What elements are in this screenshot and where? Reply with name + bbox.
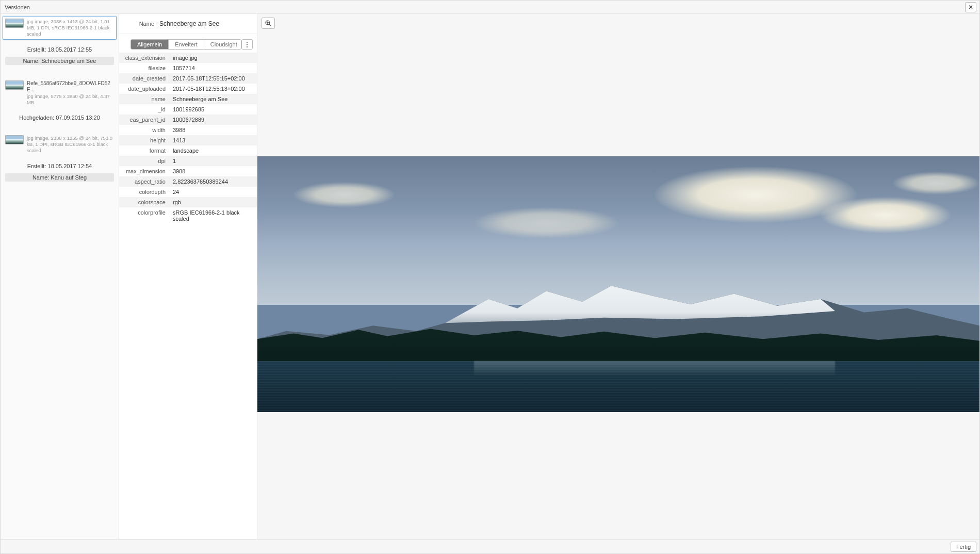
meta-value: 1 [170,156,257,166]
meta-row: eas_parent_id1000672889 [119,115,257,125]
version-name: Name: Kanu auf Steg [5,173,114,182]
close-button[interactable]: ✕ [965,2,976,12]
version-thumbnail [5,19,24,28]
meta-row: width3988 [119,125,257,135]
preview-panel [257,14,979,539]
meta-key: _id [119,104,170,115]
metadata-table: class_extensionimage.jpgfilesize1057714d… [119,53,257,224]
meta-row: colorspacergb [119,197,257,207]
name-value: Schneeberge am See [159,20,219,27]
meta-value: 1057714 [170,63,257,73]
titlebar: Versionen ✕ [1,1,979,14]
version-meta: jpg image, 5775 x 3850 @ 24 bit, 4.37 MB [27,93,114,106]
tab-cloudsight[interactable]: Cloudsight [204,40,242,49]
meta-key: aspect_ratio [119,176,170,187]
meta-value: sRGB IEC61966-2-1 black scaled [170,207,257,224]
name-label: Name [123,21,159,27]
done-button[interactable]: Fertig [951,542,976,552]
meta-value: 1413 [170,135,257,145]
meta-value: 1000672889 [170,115,257,125]
meta-key: colorspace [119,197,170,207]
meta-row: date_created2017-05-18T12:55:15+02:00 [119,73,257,84]
version-caption-block: Erstellt: 18.05.2017 12:54 Name: Kanu au… [3,158,117,182]
version-created: Erstellt: 18.05.2017 12:54 [5,162,114,170]
preview-stage[interactable] [257,29,979,539]
meta-row: colorprofilesRGB IEC61966-2-1 black scal… [119,207,257,224]
version-item[interactable]: Refe_5586af672bbe9_8DOWLFD52E... jpg ima… [3,78,117,108]
versions-dialog: Versionen ✕ jpg image, 3988 x 1413 @ 24 … [0,0,980,554]
meta-key: date_created [119,73,170,84]
meta-key: eas_parent_id [119,115,170,125]
meta-key: date_uploaded [119,84,170,94]
meta-value: 2017-05-18T12:55:15+02:00 [170,73,257,84]
more-icon: ⋮ [243,41,251,48]
meta-value: 3988 [170,125,257,135]
version-filename: Refe_5586af672bbe9_8DOWLFD52E... [27,80,114,93]
meta-row: filesize1057714 [119,63,257,73]
close-icon: ✕ [968,4,973,11]
meta-key: height [119,135,170,145]
meta-key: colordepth [119,187,170,197]
meta-row: nameSchneeberge am See [119,94,257,104]
version-meta: jpg image, 3988 x 1413 @ 24 bit, 1.01 MB… [27,19,114,37]
detail-tabs: Allgemein Erweitert Cloudsight [130,39,241,50]
version-caption-block: Erstellt: 18.05.2017 12:55 Name: Schneeb… [3,42,117,66]
meta-value: image.jpg [170,53,257,63]
version-caption-block: Hochgeladen: 07.09.2015 13:20 [3,110,117,122]
version-meta: jpg image, 2338 x 1255 @ 24 bit, 753.0 k… [27,135,114,154]
tabs-row: Allgemein Erweitert Cloudsight ⋮ [119,34,257,53]
meta-row: formatlandscape [119,145,257,156]
meta-value: 2.8223637650389244 [170,176,257,187]
meta-value: 1001992685 [170,104,257,115]
details-panel: Name Schneeberge am See Allgemein Erweit… [119,14,257,539]
meta-value: 2017-05-18T12:55:13+02:00 [170,84,257,94]
detail-header: Name Schneeberge am See [119,14,257,34]
versions-sidebar[interactable]: jpg image, 3988 x 1413 @ 24 bit, 1.01 MB… [1,14,119,539]
tab-allgemein[interactable]: Allgemein [131,40,169,49]
version-uploaded: Hochgeladen: 07.09.2015 13:20 [5,113,114,122]
meta-key: width [119,125,170,135]
preview-image [257,156,979,412]
meta-row: colordepth24 [119,187,257,197]
tab-erweitert[interactable]: Erweitert [169,40,204,49]
meta-key: name [119,94,170,104]
meta-row: dpi1 [119,156,257,166]
meta-row: max_dimension3988 [119,166,257,176]
svg-line-1 [269,24,271,26]
meta-key: colorprofile [119,207,170,224]
preview-toolbar [257,14,979,29]
dialog-footer: Fertig [1,539,979,553]
version-created: Erstellt: 18.05.2017 12:55 [5,45,114,54]
zoom-in-icon [265,20,272,27]
meta-row: class_extensionimage.jpg [119,53,257,63]
meta-key: class_extension [119,53,170,63]
version-name: Name: Schneeberge am See [5,57,114,65]
version-thumbnail [5,135,24,144]
meta-key: max_dimension [119,166,170,176]
meta-row: aspect_ratio2.8223637650389244 [119,176,257,187]
meta-key: dpi [119,156,170,166]
meta-value: rgb [170,197,257,207]
meta-value: landscape [170,145,257,156]
meta-row: height1413 [119,135,257,145]
meta-value: 3988 [170,166,257,176]
meta-key: filesize [119,63,170,73]
more-button[interactable]: ⋮ [241,39,253,50]
version-item[interactable]: jpg image, 2338 x 1255 @ 24 bit, 753.0 k… [3,133,117,156]
dialog-body: jpg image, 3988 x 1413 @ 24 bit, 1.01 MB… [1,14,979,539]
meta-row: _id1001992685 [119,104,257,115]
meta-value: Schneeberge am See [170,94,257,104]
meta-key: format [119,145,170,156]
zoom-button[interactable] [262,18,275,29]
window-title: Versionen [4,4,30,10]
meta-value: 24 [170,187,257,197]
version-thumbnail [5,80,24,90]
meta-row: date_uploaded2017-05-18T12:55:13+02:00 [119,84,257,94]
version-item[interactable]: jpg image, 3988 x 1413 @ 24 bit, 1.01 MB… [3,16,117,40]
